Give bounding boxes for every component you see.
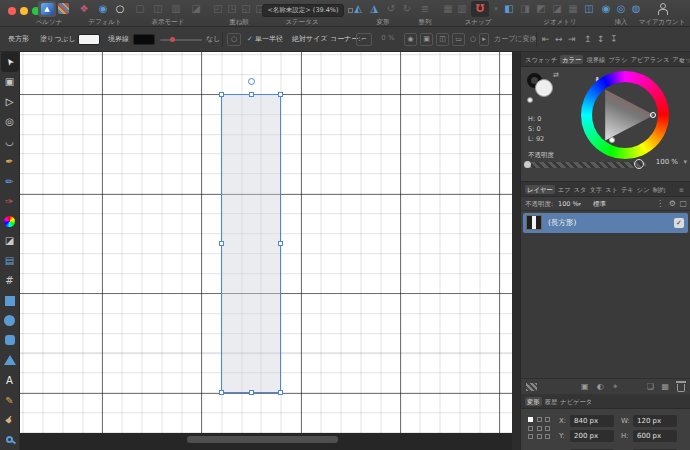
absolute-size-label[interactable]: 絶対サイズ (292, 27, 328, 52)
align-bottom-icon[interactable]: ↧ (610, 27, 618, 52)
new-layer-icon[interactable]: ❏ (647, 379, 654, 395)
hsl-triangle[interactable] (594, 84, 656, 146)
rotate-ccw-icon[interactable]: ↺ (387, 1, 395, 17)
fill-swatch[interactable] (78, 34, 100, 45)
mask-icon[interactable]: ▣ (581, 379, 589, 395)
layer-row-rectangle[interactable]: (長方形) ✓ (523, 213, 688, 233)
tab-symbols[interactable]: シン (637, 186, 650, 193)
y-field[interactable]: 200 px (570, 430, 614, 442)
color-picker-tool[interactable]: ✎ (1, 390, 19, 410)
view-split-icon[interactable]: ◪ (191, 1, 200, 17)
sync-defaults-icon[interactable]: ◉ (99, 1, 108, 17)
alpha-checker-icon[interactable] (526, 383, 537, 391)
pressure-button[interactable]: ○ (227, 33, 241, 46)
view-retina-icon[interactable]: ▥ (171, 1, 180, 17)
rotate-cw-icon[interactable]: ↻ (403, 1, 411, 17)
swap-colors-icon[interactable]: ⇄ (553, 71, 559, 79)
opacity-slider-knob[interactable] (634, 159, 644, 169)
geometry-add-icon[interactable]: ◧ (504, 1, 513, 17)
align-middle-icon[interactable]: ↕ (597, 27, 605, 52)
tab-character[interactable]: 文字 (589, 186, 602, 193)
gear-icon[interactable]: ⚙ (669, 197, 676, 211)
zoom-tool[interactable] (1, 430, 19, 450)
place-image-tool[interactable]: ▤ (1, 251, 19, 271)
vector-crop-tool[interactable]: # (1, 271, 19, 291)
grid-icon[interactable]: ▦ (443, 1, 452, 17)
stroke-style-value[interactable]: なし (206, 27, 220, 52)
snap-dropdown-icon[interactable]: ▾ (494, 1, 498, 17)
align-top-icon[interactable]: ↥ (584, 27, 592, 52)
insert-behind-icon[interactable]: ◎ (617, 1, 626, 17)
edit-icon[interactable]: ⌖ (613, 379, 618, 395)
text-tool[interactable]: A (1, 370, 19, 390)
blend-mode-dropdown[interactable]: 標準 (593, 197, 606, 211)
flip-vertical-icon[interactable]: ◮ (370, 1, 378, 17)
minimize-window-button[interactable] (20, 7, 28, 15)
new-group-icon[interactable]: ▦ (661, 379, 669, 395)
opacity-dropdown-icon[interactable]: ▾ (578, 197, 581, 211)
handle-top-left[interactable] (219, 92, 224, 97)
horizontal-scrollbar-thumb[interactable] (187, 436, 338, 443)
artboard-tool[interactable]: ▣ (1, 72, 19, 92)
tab-navigator[interactable]: ナビゲータ (560, 398, 592, 405)
corner-box4-icon[interactable]: ▭ (452, 33, 465, 46)
insert-inside-icon[interactable]: ◉ (602, 1, 611, 17)
designer-persona-button[interactable]: ▲ (38, 1, 56, 17)
move-to-front-icon[interactable]: ◰ (213, 1, 222, 17)
align-icon[interactable]: ≣ (421, 1, 429, 17)
vector-brush-tool[interactable]: ✑ (1, 191, 19, 211)
close-window-button[interactable] (8, 7, 16, 15)
selected-rectangle[interactable] (221, 94, 281, 393)
hue-selector[interactable] (650, 112, 656, 118)
corner-box1-icon[interactable]: ◉ (404, 33, 417, 46)
view-vector-icon[interactable]: ▢ (135, 1, 144, 17)
color-wheel[interactable] (581, 71, 669, 159)
layer-name[interactable]: (長方形) (548, 213, 576, 233)
geometry-combine-icon[interactable]: ◫ (584, 1, 593, 17)
rectangle-tool[interactable] (1, 291, 19, 311)
ellipse-tool[interactable] (1, 311, 19, 331)
tab-constraints[interactable]: 制約 (653, 186, 666, 193)
view-tool[interactable]: ☛ (1, 410, 19, 430)
lock-icon[interactable]: ▢ (679, 197, 687, 211)
revert-defaults-icon[interactable]: ○ (116, 1, 125, 17)
tab-text-styles[interactable]: テキ (621, 186, 634, 193)
opacity-slider[interactable] (528, 162, 646, 168)
geometry-xor-icon[interactable]: ◪ (552, 1, 561, 17)
tab-stock[interactable]: スト (605, 186, 618, 193)
move-backward-icon[interactable]: ◱ (241, 1, 250, 17)
single-radius-label[interactable]: 単一半径 (255, 27, 283, 52)
status-detach-icon[interactable] (348, 8, 353, 13)
pixel-persona-icon[interactable] (58, 3, 69, 14)
move-tool[interactable]: ➤ (1, 52, 19, 72)
tab-appearance[interactable]: アピアランス (631, 56, 670, 63)
horizontal-scrollbar[interactable] (20, 433, 512, 450)
corner-box2-icon[interactable]: ▣ (420, 33, 433, 46)
stroke-slider-handle[interactable] (170, 37, 175, 42)
point-transform-tool[interactable]: ◎ (1, 112, 19, 132)
x-field[interactable]: 840 px (570, 415, 614, 427)
handle-bottom-left[interactable] (219, 390, 224, 395)
tab-stroke[interactable]: 境界線 (586, 56, 605, 63)
delete-layer-icon[interactable] (677, 384, 685, 392)
stroke-width-slider[interactable] (160, 39, 202, 41)
panel-menu-icon[interactable]: ≡ (679, 182, 684, 197)
opacity-dropdown-icon[interactable]: ▾ (683, 158, 687, 166)
reset-colors-well[interactable] (527, 97, 533, 103)
geometry-divide-icon[interactable]: ▦ (568, 1, 577, 17)
vertical-scrollbar[interactable] (512, 52, 520, 450)
adjustment-icon[interactable]: ◐ (597, 379, 604, 395)
circle-option-icon[interactable]: ○ (470, 27, 476, 52)
snap-toggle-button[interactable]: Ω (471, 1, 489, 17)
layers-list-empty-area[interactable] (521, 233, 690, 378)
handle-middle-left[interactable] (219, 241, 224, 246)
tab-history[interactable]: 履歴 (545, 398, 558, 405)
layer-opacity-value[interactable]: 100 % (558, 197, 579, 211)
view-pixel-icon[interactable]: ◫ (153, 1, 162, 17)
corner-tool[interactable]: ◡ (1, 132, 19, 152)
rounded-rectangle-tool[interactable] (1, 330, 19, 350)
handle-bottom-right[interactable] (278, 390, 283, 395)
fill-tool[interactable] (1, 211, 19, 231)
flyout-icon[interactable]: ▸ (479, 33, 489, 46)
corner-type-dropdown[interactable]: ⌐ (356, 33, 372, 46)
